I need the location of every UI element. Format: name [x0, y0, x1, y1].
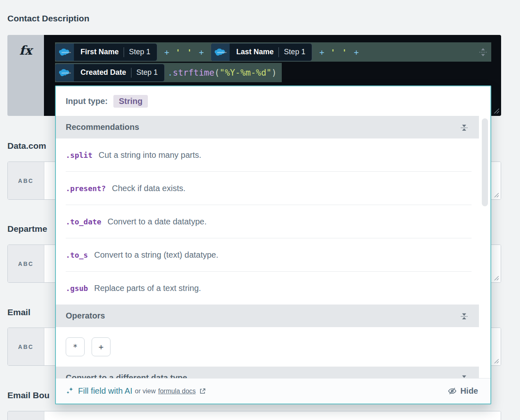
plus-operator: +: [319, 47, 324, 57]
hide-button[interactable]: Hide: [448, 386, 478, 396]
operator-buttons-row: * +: [56, 327, 490, 367]
pill-field-name: Created Date: [81, 68, 126, 77]
formula-line-1: salesforce First Name Step 1 + ' ' +: [55, 42, 491, 62]
input-type-label: Input type:: [66, 97, 108, 106]
operator-multiply-button[interactable]: *: [66, 337, 85, 356]
field-label-email-bounced: Email Bou: [7, 390, 50, 400]
string-type-badge: ABC: [8, 245, 44, 282]
dot-token: .: [168, 68, 173, 78]
recommendation-gsub[interactable]: .gsub Replace parts of a text string.: [56, 272, 490, 305]
salesforce-icon: salesforce: [55, 44, 74, 61]
method-description: Convert to a string (text) datatype.: [94, 250, 218, 260]
formula-content: salesforce First Name Step 1 + ' ' +: [55, 42, 491, 82]
formula-helper-dropdown: Input type: String Recommendations .spli…: [55, 85, 491, 404]
datapill-created-date[interactable]: salesforce Created Date Step 1: [55, 64, 165, 82]
fx-icon: fx: [7, 35, 44, 116]
string-literal: ' ': [175, 47, 193, 57]
field-input-email-bounced[interactable]: [44, 411, 501, 420]
dropdown-scrollbar-thumb[interactable]: [482, 118, 488, 206]
input-type-row: Input type: String: [56, 86, 490, 116]
pill-body: Last Name Step 1: [230, 44, 312, 61]
plus-operator: +: [354, 47, 359, 57]
string-type-badge: ABC: [8, 162, 44, 199]
pill-step-label: Step 1: [129, 48, 150, 56]
svg-text:salesforce: salesforce: [217, 51, 226, 53]
method-name: .to_date: [66, 217, 101, 226]
textarea-resize-handle-icon[interactable]: [494, 275, 499, 281]
field-email-bounced: ABC: [7, 411, 501, 420]
field-label-datacom: Data.com: [7, 141, 46, 151]
recommendation-split[interactable]: .split Cut a string into many parts.: [56, 138, 490, 171]
svg-text:salesforce: salesforce: [61, 72, 71, 74]
method-description: Replace parts of a text string.: [94, 284, 201, 293]
datapill-first-name[interactable]: salesforce First Name Step 1: [55, 43, 157, 61]
ai-sparkle-icon: [66, 387, 74, 395]
pill-field-name: First Name: [81, 48, 119, 56]
section-title: Operators: [66, 311, 105, 321]
external-link-icon: [199, 388, 206, 395]
input-type-badge: String: [113, 95, 148, 108]
pill-step-label: Step 1: [284, 48, 305, 56]
recommendation-present[interactable]: .present? Check if data exists.: [56, 172, 490, 205]
plus-operator: +: [164, 47, 169, 57]
method-description: Cut a string into many parts.: [99, 150, 201, 160]
method-name: .to_s: [66, 251, 88, 259]
pill-field-name: Last Name: [236, 48, 274, 56]
salesforce-icon: salesforce: [55, 64, 74, 81]
pill-body: Created Date Step 1: [74, 64, 164, 81]
field-label-email: Email: [7, 307, 30, 317]
plus-operator: +: [199, 47, 204, 57]
datapill-last-name[interactable]: salesforce Last Name Step 1: [211, 43, 312, 61]
section-title: Recommendations: [66, 122, 139, 132]
strftime-expression: .strftime("%Y-%m-%d"): [168, 68, 277, 78]
string-type-badge: ABC: [8, 328, 44, 365]
svg-text:salesforce: salesforce: [61, 51, 71, 53]
paren-token: (: [214, 68, 220, 78]
textarea-resize-handle-icon[interactable]: [494, 192, 499, 198]
string-type-badge: ABC: [8, 411, 44, 420]
formula-line-2-highlight: salesforce Created Date Step 1 .strftime…: [55, 63, 282, 82]
section-header-operators: Operators: [56, 305, 479, 327]
method-description: Check if data exists.: [112, 184, 186, 193]
formula-operators: + ' ' +: [312, 47, 366, 57]
function-token: strftime: [173, 68, 214, 78]
formula-line-2: salesforce Created Date Step 1 .strftime…: [55, 63, 491, 82]
pill-divider: [124, 47, 124, 57]
operator-plus-button[interactable]: +: [92, 337, 110, 356]
section-header-recommendations: Recommendations: [56, 116, 479, 138]
recommendation-to-s[interactable]: .to_s Convert to a string (text) datatyp…: [56, 238, 490, 271]
method-name: .present?: [66, 184, 106, 193]
collapse-section-icon[interactable]: [460, 312, 468, 320]
textarea-resize-handle-icon[interactable]: [494, 358, 499, 364]
salesforce-icon: salesforce: [211, 44, 230, 61]
drag-handle-icon[interactable]: [479, 47, 488, 57]
formula-docs-link[interactable]: formula docs: [158, 388, 196, 395]
hide-label: Hide: [460, 386, 478, 396]
fill-with-ai-button[interactable]: Fill field with AI: [66, 386, 132, 396]
collapse-section-icon[interactable]: [460, 123, 468, 132]
footer-middle-text: or view: [135, 388, 156, 395]
eye-slash-icon: [448, 387, 457, 395]
pill-divider: [131, 68, 131, 78]
field-label-contact-description: Contact Description: [7, 14, 90, 23]
pill-divider: [278, 47, 279, 57]
pill-step-label: Step 1: [136, 68, 158, 77]
fill-with-ai-label: Fill field with AI: [78, 386, 132, 396]
pill-body: First Name Step 1: [74, 44, 157, 61]
recommendation-to-date[interactable]: .to_date Convert to a date datatype.: [56, 205, 490, 238]
field-label-department: Departme: [7, 224, 47, 234]
string-arg-token: "%Y-%m-%d": [220, 68, 272, 78]
paren-token: ): [272, 68, 277, 78]
method-name: .gsub: [66, 284, 88, 293]
formula-operators: + ' ' +: [157, 47, 211, 57]
editor-resize-handle-icon[interactable]: [493, 108, 499, 114]
dropdown-footer: Fill field with AI or view formula docs …: [56, 378, 490, 404]
method-name: .split: [66, 151, 92, 159]
method-description: Convert to a date datatype.: [108, 217, 207, 226]
page: Contact Description fx salesforce First …: [0, 0, 520, 420]
string-literal: ' ': [330, 47, 347, 57]
